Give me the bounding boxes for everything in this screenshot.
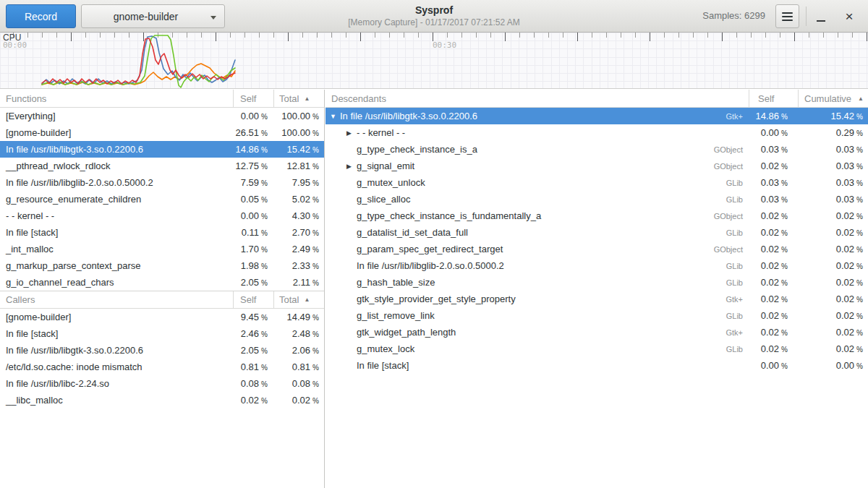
descendants-header: Descendants Self Cumulative ▲ bbox=[326, 90, 868, 108]
table-row[interactable]: g_list_remove_linkGLib0.02%0.02% bbox=[326, 307, 868, 324]
functions-column-header[interactable]: Functions bbox=[0, 93, 233, 104]
percent-sign: % bbox=[781, 129, 788, 137]
percent-sign: % bbox=[781, 146, 788, 154]
library-tag: GLib bbox=[726, 195, 749, 204]
table-row[interactable]: In file [stack]0.00%0.00% bbox=[326, 357, 868, 374]
table-row[interactable]: /etc/ld.so.cache: inode mismatch0.81%0.8… bbox=[0, 359, 324, 375]
cumulative-value: 0.02% bbox=[798, 244, 868, 254]
self-column-header[interactable]: Self bbox=[233, 90, 273, 107]
table-row[interactable]: [gnome-builder]26.51%100.00% bbox=[0, 124, 324, 141]
table-row[interactable]: g_datalist_id_set_data_fullGLib0.02%0.02… bbox=[326, 224, 868, 241]
table-row[interactable]: ▼In file /usr/lib/libgtk-3.so.0.2200.6Gt… bbox=[326, 108, 868, 124]
percent-sign: % bbox=[312, 113, 319, 121]
close-button[interactable]: × bbox=[839, 4, 859, 28]
library-tag: GLib bbox=[726, 179, 749, 187]
table-row[interactable]: g_io_channel_read_chars2.05%2.11% bbox=[0, 274, 324, 291]
function-name: g_resource_enumerate_children bbox=[0, 194, 233, 205]
table-row[interactable]: In file /usr/lib/libglib-2.0.so.0.5000.2… bbox=[0, 174, 324, 191]
table-row[interactable]: gtk_widget_path_lengthGtk+0.02%0.02% bbox=[326, 324, 868, 341]
self-value: 0.02% bbox=[749, 227, 798, 238]
cumulative-value: 0.02% bbox=[798, 294, 868, 304]
table-row[interactable]: [gnome-builder]9.45%14.49% bbox=[0, 309, 324, 325]
self-value: 26.51% bbox=[233, 127, 273, 138]
minimize-button[interactable] bbox=[812, 4, 830, 28]
percent-value: 2.33 bbox=[292, 260, 310, 271]
percent-sign: % bbox=[261, 213, 268, 221]
table-row[interactable]: g_mutex_unlockGLib0.03%0.03% bbox=[326, 174, 868, 191]
table-row[interactable]: [Everything]0.00%100.00% bbox=[0, 108, 324, 124]
table-row[interactable]: In file [stack]0.11%2.70% bbox=[0, 224, 324, 241]
expand-arrow-icon[interactable]: ▶ bbox=[346, 129, 357, 137]
record-button[interactable]: Record bbox=[6, 4, 76, 28]
total-column-header[interactable]: Total ▲ bbox=[273, 291, 324, 308]
percent-sign: % bbox=[261, 262, 268, 270]
self-value: 0.00% bbox=[749, 360, 798, 371]
table-row[interactable]: g_slice_allocGLib0.03%0.03% bbox=[326, 191, 868, 207]
table-row[interactable]: _int_malloc1.70%2.49% bbox=[0, 241, 324, 257]
table-row[interactable]: ▶- - kernel - -0.00%0.29% bbox=[326, 124, 868, 141]
percent-sign: % bbox=[312, 380, 319, 388]
self-column-header[interactable]: Self bbox=[233, 291, 273, 308]
table-row[interactable]: g_resource_enumerate_children0.05%5.02% bbox=[0, 191, 324, 207]
cumulative-column-header[interactable]: Cumulative ▲ bbox=[798, 90, 868, 107]
table-row[interactable]: g_param_spec_get_redirect_targetGObject0… bbox=[326, 241, 868, 257]
function-name: /etc/ld.so.cache: inode mismatch bbox=[0, 361, 233, 372]
percent-sign: % bbox=[261, 179, 268, 187]
table-row[interactable]: - - kernel - -0.00%4.30% bbox=[0, 207, 324, 224]
percent-sign: % bbox=[856, 246, 863, 254]
table-row[interactable]: In file /usr/lib/libgtk-3.so.0.2200.62.0… bbox=[0, 342, 324, 359]
percent-value: 0.03 bbox=[836, 160, 854, 171]
percent-sign: % bbox=[261, 364, 268, 372]
table-row[interactable]: ▶g_signal_emitGObject0.02%0.03% bbox=[326, 158, 868, 174]
total-value: 12.81% bbox=[273, 160, 324, 171]
table-row[interactable]: g_type_check_instance_is_aGObject0.03%0.… bbox=[326, 141, 868, 158]
chevron-down-icon bbox=[210, 16, 216, 20]
table-row[interactable]: In file /usr/lib/libc-2.24.so0.08%0.08% bbox=[0, 375, 324, 392]
total-value: 100.00% bbox=[273, 111, 324, 121]
callers-table-body: [gnome-builder]9.45%14.49%In file [stack… bbox=[0, 309, 324, 408]
table-row[interactable]: __pthread_rwlock_rdlock12.75%12.81% bbox=[0, 158, 324, 174]
self-value: 0.81% bbox=[233, 361, 273, 372]
menu-button[interactable] bbox=[775, 4, 799, 28]
percent-value: 12.81 bbox=[287, 160, 311, 171]
table-row[interactable]: g_mutex_lockGLib0.02%0.02% bbox=[326, 341, 868, 357]
percent-value: 0.02 bbox=[241, 395, 259, 406]
self-value: 14.86% bbox=[233, 144, 273, 155]
self-column-header[interactable]: Self bbox=[749, 90, 798, 107]
percent-value: 0.02 bbox=[761, 227, 779, 238]
capture-subtitle: [Memory Capture] - 01/17/2017 07:21:52 A… bbox=[289, 17, 579, 28]
self-value: 14.86% bbox=[749, 111, 798, 121]
table-row[interactable]: gtk_style_provider_get_style_propertyGtk… bbox=[326, 291, 868, 307]
table-row[interactable]: g_type_check_instance_is_fundamentally_a… bbox=[326, 207, 868, 224]
self-value: 2.05% bbox=[233, 277, 273, 288]
callers-header: Callers Self Total ▲ bbox=[0, 291, 324, 309]
cumulative-value: 0.02% bbox=[798, 310, 868, 321]
function-name-label: In file /usr/lib/libgtk-3.so.0.2200.6 bbox=[340, 111, 477, 121]
self-value: 7.59% bbox=[233, 177, 273, 188]
total-column-header[interactable]: Total ▲ bbox=[273, 90, 324, 107]
function-name: g_slice_alloc bbox=[326, 194, 726, 205]
percent-value: 1.70 bbox=[241, 244, 259, 254]
total-value: 7.95% bbox=[273, 177, 324, 188]
self-value: 9.45% bbox=[233, 312, 273, 322]
table-row[interactable]: In file [stack]2.46%2.48% bbox=[0, 325, 324, 342]
function-name-label: - - kernel - - bbox=[357, 127, 405, 138]
table-row[interactable]: g_markup_parse_context_parse1.98%2.33% bbox=[0, 257, 324, 274]
percent-sign: % bbox=[312, 229, 319, 237]
table-row[interactable]: In file /usr/lib/libglib-2.0.so.0.5000.2… bbox=[326, 257, 868, 274]
percent-value: 0.11 bbox=[242, 227, 259, 238]
process-selector[interactable]: gnome-builder bbox=[81, 4, 225, 28]
table-row[interactable]: g_hash_table_sizeGLib0.02%0.02% bbox=[326, 274, 868, 291]
percent-value: 0.02 bbox=[836, 277, 854, 288]
cpu-timeline-graph[interactable]: CPU 00:00 00:30 bbox=[0, 33, 868, 89]
percent-sign: % bbox=[312, 314, 319, 322]
descendants-column-header[interactable]: Descendants bbox=[326, 93, 749, 104]
app-title: Sysprof bbox=[289, 4, 579, 17]
collapse-arrow-icon[interactable]: ▼ bbox=[330, 113, 340, 120]
callers-column-header[interactable]: Callers bbox=[0, 294, 233, 305]
expand-arrow-icon[interactable]: ▶ bbox=[346, 163, 357, 170]
table-row[interactable]: In file /usr/lib/libgtk-3.so.0.2200.614.… bbox=[0, 141, 324, 158]
self-value: 0.05% bbox=[233, 194, 273, 205]
table-row[interactable]: __libc_malloc0.02%0.02% bbox=[0, 392, 324, 408]
function-name-label: g_type_check_instance_is_fundamentally_a bbox=[357, 210, 541, 221]
